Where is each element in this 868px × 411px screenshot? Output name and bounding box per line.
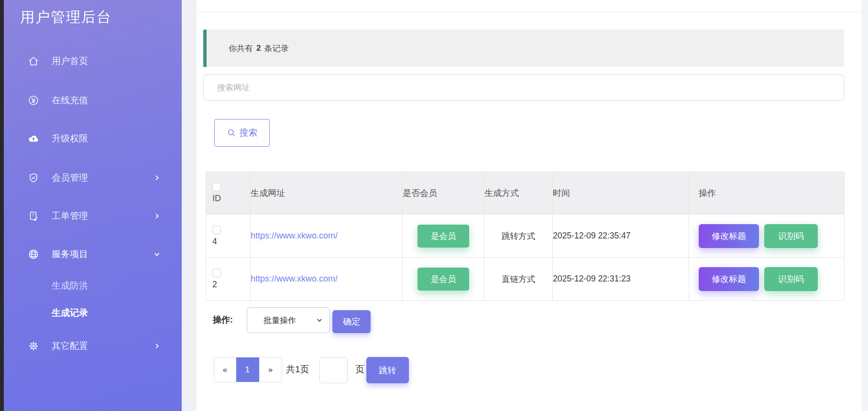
row-checkbox[interactable] [212, 226, 221, 234]
column-header-member: 是否会员 [403, 172, 484, 215]
select-all-checkbox[interactable] [212, 183, 221, 191]
window-edge-strip [0, 0, 4, 411]
sidebar-item-work-order[interactable]: ? 工单管理 [4, 208, 182, 224]
search-button-label: 搜索 [240, 127, 258, 139]
sidebar-item-label: 会员管理 [52, 172, 88, 184]
sidebar-item-recharge[interactable]: 在线充值 [4, 93, 182, 108]
identify-code-button[interactable]: 识别码 [764, 224, 818, 248]
svg-text:?: ? [32, 213, 34, 217]
pagination: « 1 » [214, 357, 282, 382]
sidebar-subitem-gen-records[interactable]: 生成记录 [4, 306, 182, 320]
yen-circle-icon [28, 95, 39, 106]
table-row: 4 https://www.xkwo.com/ 是会员 跳转方式 2025-12… [206, 215, 845, 258]
sidebar-item-user-home[interactable]: 用户首页 [4, 54, 182, 69]
chevron-down-icon [153, 250, 161, 258]
gear-icon [28, 340, 39, 352]
column-header-id: ID [212, 194, 250, 204]
sidebar-item-label: 工单管理 [52, 210, 88, 222]
app-window: 用户管理后台 用户首页 在线充值 升级权限 [0, 0, 868, 411]
sidebar-item-label: 在线充值 [52, 94, 88, 107]
batch-operation-label: 操作: [213, 314, 233, 325]
row-id: 2 [212, 280, 250, 290]
shield-check-icon [28, 172, 39, 184]
alert-text-suffix: 条记录 [264, 43, 288, 54]
record-time: 2025-12-09 22:31:23 [553, 258, 689, 301]
topbar-bottom-edge [197, 0, 861, 12]
member-status-badge: 是会员 [418, 268, 469, 291]
cloud-upload-icon [28, 133, 39, 144]
edit-title-button[interactable]: 修改标题 [699, 267, 759, 291]
column-header-actions: 操作 [689, 172, 845, 215]
generated-url-link[interactable]: https://www.xkwo.com/ [251, 231, 338, 240]
generation-method: 直链方式 [484, 258, 553, 301]
row-id: 4 [212, 237, 250, 247]
sidebar-item-other-config[interactable]: 其它配置 [4, 338, 182, 354]
sidebar-item-services[interactable]: 服务项目 [4, 247, 182, 262]
record-time: 2025-12-09 22:35:47 [553, 215, 689, 258]
search-input[interactable] [203, 75, 844, 101]
batch-operation-select[interactable]: 批量操作 [247, 307, 330, 333]
work-order-icon: ? [28, 210, 39, 222]
sidebar-item-label: 其它配置 [52, 340, 88, 352]
sidebar-item-label: 服务项目 [52, 248, 88, 260]
batch-select-wrap: 批量操作 [247, 307, 330, 333]
confirm-button[interactable]: 确定 [332, 310, 371, 333]
page-suffix-label: 页 [355, 363, 364, 376]
chevron-right-icon [153, 174, 161, 182]
chevron-right-icon [153, 342, 161, 350]
home-icon [28, 55, 39, 67]
table-row: 2 https://www.xkwo.com/ 是会员 直链方式 2025-12… [206, 258, 845, 301]
records-table: ID 生成网址 是否会员 生成方式 时间 操作 4 [206, 172, 845, 301]
scrollbar-track[interactable] [861, 0, 868, 411]
generation-method: 跳转方式 [484, 215, 553, 258]
search-icon [227, 128, 236, 138]
column-header-time: 时间 [553, 172, 689, 215]
main-content: 你共有 2 条记录 搜索 ID [197, 0, 861, 411]
identify-code-button[interactable]: 识别码 [764, 267, 818, 291]
sidebar-subitem-label: 生成记录 [52, 307, 88, 319]
jump-button[interactable]: 跳转 [366, 357, 409, 383]
edit-title-button[interactable]: 修改标题 [699, 224, 759, 248]
row-checkbox[interactable] [212, 269, 221, 277]
app-title: 用户管理后台 [20, 8, 112, 27]
sidebar: 用户管理后台 用户首页 在线充值 升级权限 [4, 0, 182, 411]
next-page-button[interactable]: » [259, 357, 282, 382]
current-page-button[interactable]: 1 [236, 357, 259, 382]
sidebar-subitem-gen-flood[interactable]: 生成防洪 [4, 279, 182, 293]
prev-page-button[interactable]: « [214, 357, 236, 382]
sidebar-item-member-mgmt[interactable]: 会员管理 [4, 170, 182, 185]
content-gap [182, 0, 197, 411]
sidebar-item-label: 升级权限 [52, 132, 88, 145]
sidebar-subitem-label: 生成防洪 [52, 280, 88, 292]
column-header-url: 生成网址 [251, 172, 403, 215]
member-status-badge: 是会员 [418, 225, 469, 248]
alert-text-prefix: 你共有 [229, 43, 253, 54]
record-count-alert: 你共有 2 条记录 [203, 30, 844, 67]
record-count: 2 [256, 43, 261, 53]
sidebar-item-label: 用户首页 [52, 55, 88, 67]
total-pages-label: 共1页 [286, 363, 309, 376]
column-header-method: 生成方式 [484, 172, 553, 215]
globe-icon [28, 249, 39, 260]
chevron-right-icon [153, 212, 161, 220]
table-header-row: ID 生成网址 是否会员 生成方式 时间 操作 [206, 172, 845, 215]
search-button[interactable]: 搜索 [214, 119, 270, 147]
generated-url-link[interactable]: https://www.xkwo.com/ [251, 274, 338, 283]
page-jump-input[interactable] [319, 357, 348, 383]
sidebar-item-upgrade[interactable]: 升级权限 [4, 131, 182, 146]
